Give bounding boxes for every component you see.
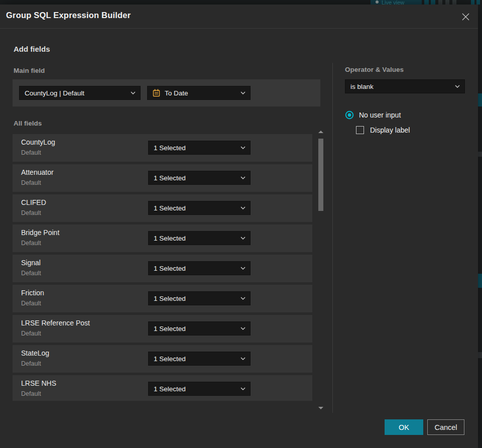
chevron-down-icon [240,146,246,149]
field-sublabel: Default [21,149,41,156]
close-icon[interactable] [460,11,471,22]
chevron-down-icon [240,387,246,390]
chevron-down-icon [240,91,246,94]
field-selected-dropdown[interactable]: 1 Selected [148,291,251,305]
ok-button[interactable]: OK [385,419,423,435]
field-selected-dropdown[interactable]: 1 Selected [148,382,251,396]
scrollbar-up-arrow-icon[interactable] [318,131,323,133]
field-selected-dropdown[interactable]: 1 Selected [148,352,251,366]
field-selected-value: 1 Selected [154,265,236,272]
field-row: CLIFED Default 1 Selected [13,194,312,222]
no-user-input-label: No user input [359,111,401,119]
toolbar-tile [445,0,449,5]
all-fields-list: CountyLog Default 1 Selected Attenuator … [13,134,312,401]
live-view-button[interactable]: Live view [371,0,422,5]
chevron-down-icon [240,206,246,209]
chevron-down-icon [240,297,246,300]
no-user-input-radio[interactable]: No user input [345,110,401,120]
chevron-down-icon [240,267,246,270]
list-scrollbar[interactable] [316,130,325,409]
field-type-select-value: To Date [165,89,236,97]
field-selected-value: 1 Selected [154,295,236,302]
field-row: StateLog Default 1 Selected [13,345,312,373]
scrollbar-thumb[interactable] [318,139,323,211]
field-selected-dropdown[interactable]: 1 Selected [148,141,251,155]
chevron-down-icon [240,237,246,240]
field-sublabel: Default [21,270,41,277]
field-selected-value: 1 Selected [154,235,236,242]
calendar-icon [153,89,160,97]
field-selected-value: 1 Selected [154,204,236,212]
field-row: LRSE Reference Post Default 1 Selected [13,315,312,343]
toolbar-tile [438,0,442,5]
display-label-checkbox-row[interactable]: Display label [356,126,410,134]
field-sublabel: Default [21,179,41,186]
field-sublabel: Default [21,360,41,367]
add-fields-heading: Add fields [14,45,50,53]
field-selected-dropdown[interactable]: 1 Selected [148,201,251,215]
operator-values-label: Operator & Values [345,66,404,73]
field-row: CountyLog Default 1 Selected [13,134,312,162]
field-row: Friction Default 1 Selected [13,285,312,312]
operator-select[interactable]: is blank [345,79,465,93]
field-sublabel: Default [21,240,41,247]
chevron-down-icon [240,176,246,179]
toolbar-tile [431,0,435,5]
checkbox-unchecked-icon[interactable] [356,126,364,134]
toolbar-tile [476,0,480,5]
field-sublabel: Default [21,300,41,307]
field-name: Friction [21,289,44,297]
chevron-down-icon [240,327,246,330]
field-name: CLIFED [21,198,46,206]
radio-selected-icon [345,110,354,120]
field-name: StateLog [21,349,49,357]
chevron-down-icon [240,357,246,360]
scrollbar-down-arrow-icon[interactable] [318,407,323,409]
field-sublabel: Default [21,209,41,216]
cancel-button[interactable]: Cancel [427,419,464,435]
dialog-title: Group SQL Expression Builder [6,11,131,20]
field-selected-dropdown[interactable]: 1 Selected [148,171,251,185]
operator-select-value: is blank [350,83,451,90]
chevron-down-icon [455,85,460,88]
background-block [478,352,482,358]
main-field-label: Main field [14,67,45,74]
field-selected-value: 1 Selected [154,385,236,393]
field-sublabel: Default [21,330,41,337]
main-field-select[interactable]: CountyLog | Default [19,86,141,100]
field-selected-value: 1 Selected [154,144,236,152]
field-name: LRSE Reference Post [21,319,90,327]
field-name: Attenuator [21,168,54,176]
chevron-down-icon [131,91,136,94]
live-dot-icon [376,1,379,4]
background-block [478,274,482,288]
toolbar-tile [471,0,474,5]
field-selected-value: 1 Selected [154,325,236,332]
field-selected-value: 1 Selected [154,355,236,363]
all-fields-label: All fields [14,120,42,127]
field-type-select[interactable]: To Date [147,86,251,100]
field-sublabel: Default [21,390,41,397]
main-field-select-value: CountyLog | Default [25,89,127,97]
background-app-right-sliver [478,5,482,448]
field-selected-dropdown[interactable]: 1 Selected [148,261,251,275]
field-row: Bridge Point Default 1 Selected [13,225,312,252]
dialog-header: Group SQL Expression Builder [0,5,478,29]
field-name: LRSE NHS [21,379,56,387]
display-label-text: Display label [370,126,410,134]
field-name: Bridge Point [21,229,59,237]
toolbar-tile [424,0,429,5]
field-selected-dropdown[interactable]: 1 Selected [148,321,251,335]
live-view-label: Live view [382,0,404,5]
field-row: Attenuator Default 1 Selected [13,164,312,192]
field-selected-value: 1 Selected [154,174,236,182]
panel-divider [332,63,333,413]
field-name: Signal [21,259,41,267]
background-app-top-strip: Live view [0,0,482,5]
field-row: LRSE NHS Default 1 Selected [13,375,312,401]
group-sql-expression-builder-dialog: Group SQL Expression Builder Add fields … [0,5,478,448]
field-name: CountyLog [21,138,55,146]
toolbar-tile [452,0,456,5]
field-selected-dropdown[interactable]: 1 Selected [148,231,251,245]
field-row: Signal Default 1 Selected [13,255,312,282]
